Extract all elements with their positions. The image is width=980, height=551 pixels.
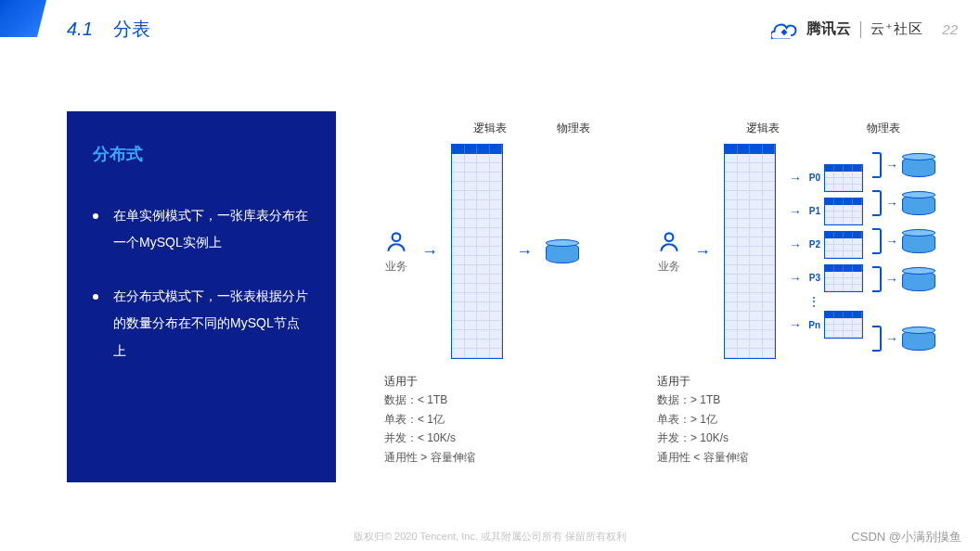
arrow-icon: → [789, 171, 802, 186]
logical-table [724, 144, 776, 359]
arrow-icon: → [885, 272, 898, 287]
bracket-icon [872, 152, 882, 178]
partition-label: P3 [806, 273, 820, 283]
section-title: 分表 [113, 19, 150, 39]
database-icon [902, 267, 935, 291]
bracket-icon [872, 266, 882, 292]
arrow-icon: → [789, 204, 802, 219]
ellipsis-icon: ⋮ [807, 298, 820, 305]
biz-node: 业务 [657, 229, 681, 275]
stats-row: 并发：< 10K/s [384, 429, 592, 447]
mini-table [824, 198, 863, 225]
diagram-single: 逻辑表 物理表 业务 → → 适用 [384, 121, 592, 482]
arrow-icon: → [885, 158, 898, 173]
logical-table [451, 144, 503, 359]
svg-point-0 [393, 233, 401, 241]
label-physical: 物理表 [828, 121, 939, 136]
partition-label: P0 [806, 173, 820, 183]
partition-row: →Pn [789, 311, 863, 339]
stats-left: 适用于 数据：< 1TB 单表：< 1亿 并发：< 10K/s 通用性 > 容量… [384, 372, 592, 467]
mini-table [824, 164, 863, 192]
stats-title: 适用于 [384, 372, 592, 391]
mini-table [824, 311, 863, 339]
database-icon [902, 153, 935, 177]
watermark: CSDN @小满别摸鱼 [851, 529, 961, 545]
svg-point-1 [665, 233, 674, 241]
brand-main: 腾讯云 [806, 19, 851, 39]
arrow-icon: → [789, 237, 802, 252]
stats-row: 单表：> 1亿 [657, 410, 939, 429]
partition-row: →P3 [789, 264, 863, 292]
tencent-cloud-icon [771, 20, 797, 39]
user-icon [384, 229, 408, 253]
diagram-distributed: 逻辑表 物理表 业务 → →P0 [657, 121, 939, 482]
partition-row: →P1 [789, 198, 863, 225]
database-icon [902, 327, 935, 351]
arrow-icon: → [421, 242, 438, 262]
stats-row: 并发：> 10K/s [657, 429, 939, 447]
stats-row: 通用性 > 容量伸缩 [384, 448, 592, 467]
stats-right: 适用于 数据：> 1TB 单表：> 1亿 并发：> 10K/s 通用性 < 容量… [657, 372, 939, 467]
user-icon [657, 229, 681, 253]
biz-label: 业务 [658, 259, 680, 275]
partition-stack: →P0 →P1 →P2 →P3 ⋮ →Pn [789, 164, 863, 339]
info-panel: 分布式 在单实例模式下，一张库表分布在一个MySQL实例上 在分布式模式下，一张… [67, 111, 336, 482]
bullet-item: 在分布式模式下，一张表根据分片的数量分布在不同的MySQL节点上 [93, 283, 310, 365]
db-stack: → → → → → [870, 152, 935, 352]
biz-node: 业务 [384, 229, 408, 275]
brand-sub: 云⁺社区 [870, 20, 923, 38]
database-icon [546, 239, 579, 263]
arrow-icon: → [789, 317, 802, 332]
partition-row: →P0 [789, 164, 863, 192]
page-number: 22 [942, 21, 958, 37]
brand-area: 腾讯云 云⁺社区 22 [771, 19, 958, 39]
arrow-icon: → [885, 234, 898, 249]
diagram-area: 逻辑表 物理表 业务 → → 适用 [384, 111, 939, 482]
header: 4.1 分表 腾讯云 云⁺社区 22 [67, 17, 958, 42]
arrow-icon: → [694, 242, 711, 262]
arrow-icon: → [885, 331, 898, 346]
label-logical: 逻辑表 [464, 121, 516, 136]
stats-row: 通用性 < 容量伸缩 [657, 448, 939, 467]
section-number: 4.1 [67, 19, 93, 39]
accent-bar [0, 0, 46, 37]
page-title: 4.1 分表 [67, 17, 150, 42]
bullet-list: 在单实例模式下，一张库表分布在一个MySQL实例上 在分布式模式下，一张表根据分… [93, 202, 310, 365]
partition-label: P1 [806, 206, 820, 216]
bracket-icon [872, 228, 882, 254]
stats-row: 单表：< 1亿 [384, 410, 592, 429]
bracket-icon [872, 326, 882, 352]
footer-copyright: 版权归© 2020 Tencent, Inc. 或其附属公司所有 保留所有权利 [0, 530, 980, 544]
partition-label: P2 [806, 239, 820, 250]
arrow-icon: → [789, 271, 802, 286]
label-logical: 逻辑表 [737, 121, 789, 136]
arrow-icon: → [516, 242, 533, 262]
brand-separator [860, 21, 861, 38]
partition-row: →P2 [789, 231, 863, 259]
database-icon [902, 191, 935, 215]
label-physical: 物理表 [555, 121, 592, 136]
mini-table [824, 231, 863, 259]
bullet-item: 在单实例模式下，一张库表分布在一个MySQL实例上 [93, 202, 310, 257]
stats-title: 适用于 [657, 372, 939, 391]
content: 分布式 在单实例模式下，一张库表分布在一个MySQL实例上 在分布式模式下，一张… [67, 111, 939, 482]
biz-label: 业务 [385, 259, 407, 275]
arrow-icon: → [885, 196, 898, 211]
stats-row: 数据：> 1TB [657, 391, 939, 409]
partition-label: Pn [806, 320, 820, 330]
mini-table [824, 264, 863, 292]
panel-title: 分布式 [93, 143, 310, 165]
stats-row: 数据：< 1TB [384, 391, 592, 409]
database-icon [902, 229, 935, 253]
bracket-icon [872, 190, 882, 216]
